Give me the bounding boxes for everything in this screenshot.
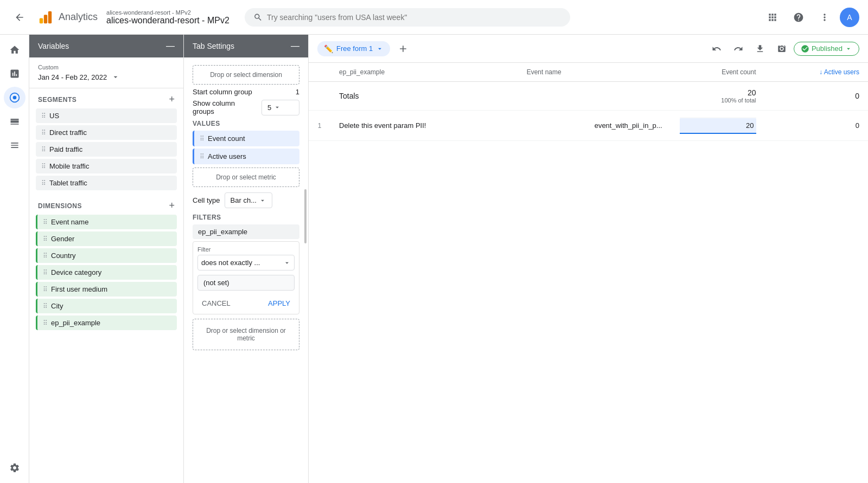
- icon-sidebar: [0, 35, 29, 483]
- cell-type-row: Cell type Bar ch...: [193, 192, 299, 208]
- segment-chip[interactable]: ⠿Direct traffic: [36, 125, 177, 140]
- sidebar-settings-button[interactable]: [4, 457, 25, 479]
- show-column-groups-dropdown-icon: [273, 104, 281, 111]
- help-button[interactable]: [788, 7, 809, 28]
- filter-operator-select[interactable]: does not exactly ...: [197, 255, 295, 271]
- sidebar-explore-button[interactable]: [4, 87, 25, 108]
- filter-dimension-chip[interactable]: ep_pii_example: [193, 224, 299, 239]
- dimensions-list: ⠿Event name⠿Gender⠿Country⠿Device catego…: [29, 215, 183, 334]
- cell-type-label: Cell type: [193, 196, 220, 204]
- user-avatar[interactable]: A: [840, 8, 859, 27]
- dimension-chip[interactable]: ⠿ep_pii_example: [36, 315, 177, 330]
- drag-handle-icon: ⠿: [41, 179, 46, 187]
- add-dimension-button[interactable]: +: [169, 200, 175, 211]
- add-segment-button[interactable]: +: [169, 94, 175, 105]
- segment-chip-label: Mobile traffic: [49, 162, 89, 170]
- col-ep-pii[interactable]: ep_pii_example: [330, 63, 518, 82]
- segment-chip[interactable]: ⠿US: [36, 108, 177, 123]
- apps-button[interactable]: [762, 7, 783, 28]
- row-number: 1: [309, 111, 330, 141]
- show-column-groups-row: Show column groups 5: [193, 99, 299, 115]
- variables-minimize-button[interactable]: —: [166, 41, 175, 51]
- sort-arrow-icon: ↓: [819, 68, 824, 76]
- scrollbar-thumb[interactable]: [304, 189, 307, 243]
- segment-chip-label: Direct traffic: [49, 128, 87, 137]
- col-active-users[interactable]: ↓ Active users: [765, 63, 868, 82]
- sidebar-reports-button[interactable]: [4, 63, 25, 85]
- freeform-tab[interactable]: ✏️ Free form 1: [317, 41, 390, 56]
- metric-chip[interactable]: ⠿Active users: [193, 149, 299, 164]
- date-selector[interactable]: Jan 24 - Feb 22, 2022: [38, 73, 175, 81]
- download-button[interactable]: [750, 39, 770, 59]
- drop-dimension-metric-zone[interactable]: Drop or select dimension or metric: [193, 319, 299, 350]
- dimension-chip[interactable]: ⠿First user medium: [36, 282, 177, 297]
- sidebar-home-button[interactable]: [4, 39, 25, 61]
- filter-actions: CANCEL APPLY: [197, 295, 295, 310]
- svg-rect-0: [40, 18, 43, 23]
- totals-event-count: 20 100% of total: [671, 82, 765, 111]
- publish-check-icon: [801, 44, 809, 53]
- row-event-name: event_with_pii_in_p...: [518, 111, 671, 141]
- filters-label: FILTERS: [193, 214, 299, 221]
- drag-handle-icon: ⠿: [41, 163, 46, 170]
- segment-chip[interactable]: ⠿Tablet traffic: [36, 176, 177, 190]
- data-table: ep_pii_example Event name Event count ↓ …: [309, 63, 868, 141]
- date-dropdown-icon: [111, 73, 120, 81]
- svg-rect-2: [48, 11, 52, 23]
- cell-type-select[interactable]: Bar ch...: [225, 192, 272, 208]
- dimension-chip[interactable]: ⠿City: [36, 299, 177, 313]
- logo-area: Analytics: [37, 9, 98, 26]
- share-button[interactable]: [772, 39, 792, 59]
- publish-dropdown-icon[interactable]: [845, 45, 852, 53]
- dimension-chip[interactable]: ⠿Gender: [36, 231, 177, 246]
- filter-cancel-button[interactable]: CANCEL: [197, 297, 235, 310]
- table-body: Totals 20 100% of total 0 1 Delete this …: [309, 82, 868, 141]
- scrollbar-track[interactable]: [304, 63, 307, 483]
- metrics-list: ⠿Event count⠿Active users: [193, 131, 299, 164]
- sidebar-configure-button[interactable]: [4, 134, 25, 156]
- search-bar[interactable]: [245, 8, 570, 27]
- cell-type-dropdown-icon: [259, 197, 266, 204]
- sidebar-advertising-button[interactable]: [4, 111, 25, 132]
- totals-label: Totals: [330, 82, 518, 111]
- variables-panel-header: Variables —: [29, 35, 183, 57]
- main-content: ✏️ Free form 1: [309, 35, 868, 483]
- filter-value-input: (not set): [197, 275, 295, 291]
- publish-badge[interactable]: Published: [794, 42, 859, 56]
- search-input[interactable]: [267, 13, 561, 22]
- add-tab-button[interactable]: [394, 40, 412, 57]
- col-event-count[interactable]: Event count: [671, 63, 765, 82]
- filter-apply-button[interactable]: APPLY: [264, 297, 295, 310]
- variables-panel: Variables — Custom Jan 24 - Feb 22, 2022…: [29, 35, 184, 483]
- redo-button[interactable]: [729, 39, 748, 59]
- nav-icons: A: [762, 7, 859, 28]
- drag-handle-icon: ⠿: [43, 269, 48, 276]
- metric-chip[interactable]: ⠿Event count: [193, 131, 299, 146]
- back-button[interactable]: [9, 7, 30, 28]
- analytics-logo: [37, 9, 54, 26]
- table-header-row: ep_pii_example Event name Event count ↓ …: [309, 63, 868, 82]
- values-label: VALUES: [193, 120, 299, 127]
- date-section: Custom Jan 24 - Feb 22, 2022: [29, 57, 183, 88]
- tab-dropdown-icon[interactable]: [376, 45, 384, 53]
- dimension-chip[interactable]: ⠿Country: [36, 248, 177, 263]
- drag-handle-icon: ⠿: [200, 153, 205, 160]
- dimension-chip[interactable]: ⠿Device category: [36, 265, 177, 280]
- dimension-chip[interactable]: ⠿Event name: [36, 215, 177, 229]
- show-column-groups-select[interactable]: 5: [261, 100, 299, 115]
- tab-settings-minimize-button[interactable]: —: [291, 41, 299, 51]
- date-label: Custom: [38, 64, 175, 70]
- drag-handle-icon: ⠿: [41, 112, 46, 120]
- segment-chip-label: Tablet traffic: [49, 179, 87, 187]
- property-info: alices-wonderand-resort - MPv2 alices-wo…: [106, 9, 229, 25]
- start-column-group-value: 1: [296, 88, 299, 96]
- segment-chip[interactable]: ⠿Paid traffic: [36, 142, 177, 157]
- segment-chip[interactable]: ⠿Mobile traffic: [36, 159, 177, 173]
- undo-button[interactable]: [707, 39, 726, 59]
- drop-metric-zone[interactable]: Drop or select metric: [193, 168, 299, 187]
- drop-dimension-zone[interactable]: Drop or select dimension: [193, 65, 299, 85]
- tab-actions: Published: [707, 39, 859, 59]
- col-event-name[interactable]: Event name: [518, 63, 671, 82]
- more-vert-button[interactable]: [814, 7, 835, 28]
- col-rownum: [309, 63, 330, 82]
